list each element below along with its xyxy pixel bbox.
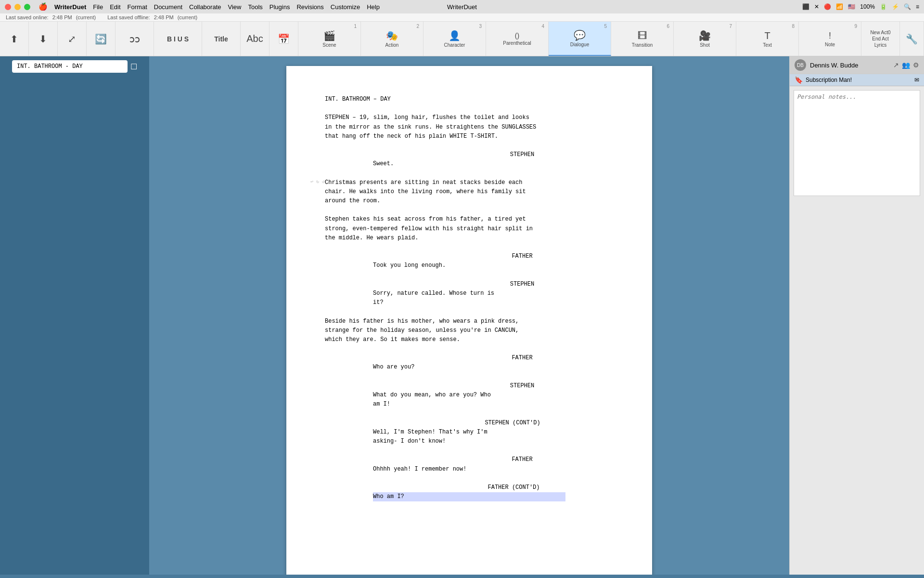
toolbar-parenthetical[interactable]: 4 () Parenthetical xyxy=(486,22,549,56)
toolbar-wrench[interactable]: 🔧 xyxy=(900,22,924,56)
dialogue-father-2: Who are you? xyxy=(373,363,565,372)
action-block-2: ↩ ↻ ↺ Christmas presents are sitting in … xyxy=(325,178,614,206)
character-name-stephen-contd: STEPHEN (CONT'D) xyxy=(411,419,614,428)
toolbar-download[interactable]: ⬇ xyxy=(29,22,58,56)
action-block-3: Stephen takes his seat across from his f… xyxy=(325,215,614,243)
maximize-button[interactable] xyxy=(24,4,30,10)
toolbar-dialogue[interactable]: 5 💬 Dialogue xyxy=(549,22,611,56)
dialogue-stephen-2: Sorry, nature called. Whose turn is it? xyxy=(373,289,565,307)
scene-heading-text: INT. BATHROOM – DAY xyxy=(325,95,614,104)
toolbar-action[interactable]: 2 🎭 Action xyxy=(361,22,424,56)
minimize-button[interactable] xyxy=(14,4,21,10)
document-menu[interactable]: Document xyxy=(154,3,182,11)
action-text-3: Stephen takes his seat across from his f… xyxy=(325,215,614,243)
character-name-father-2: FATHER xyxy=(431,354,614,363)
view-menu[interactable]: View xyxy=(228,3,242,11)
scene-icon: 🎬 xyxy=(323,30,335,41)
format-menu[interactable]: Format xyxy=(128,3,147,11)
toolbar-bold[interactable]: B I U S xyxy=(154,22,202,56)
settings-icon[interactable]: ⚙ xyxy=(913,61,919,69)
character-block-stephen-2: STEPHEN Sorry, nature called. Whose turn… xyxy=(325,280,614,308)
share-icon[interactable]: ↗ xyxy=(893,61,899,69)
scene-heading-block: INT. BATHROOM – DAY xyxy=(325,95,614,104)
user-name: Dennis W. Budde xyxy=(810,62,858,69)
character-name-stephen-2: STEPHEN xyxy=(431,280,614,289)
battery-icon: 🔋 xyxy=(880,3,887,10)
subscription-icon: 🔖 xyxy=(795,76,803,84)
character-name-father-contd: FATHER (CONT'D) xyxy=(414,483,614,492)
fullscreen-icon[interactable]: ⬛ xyxy=(802,3,809,10)
tools-menu[interactable]: Tools xyxy=(248,3,262,11)
battery-percent: 100% xyxy=(860,3,875,10)
toolbar-calendar[interactable]: 📅 xyxy=(270,22,298,56)
offline-time: 2:48 PM xyxy=(154,14,174,20)
toolbar-shot[interactable]: 7 🎥 Shot xyxy=(674,22,736,56)
dialogue-father-3: Ohhhh yeah! I remember now! xyxy=(373,465,565,474)
toolbar-text[interactable]: 8 T Text xyxy=(736,22,799,56)
action-block-4: Beside his father is his mother, who wea… xyxy=(325,317,614,345)
offline-label: Last saved offline: xyxy=(107,14,150,20)
edit-menu[interactable]: Edit xyxy=(110,3,120,11)
close-icon2[interactable]: ✕ xyxy=(814,3,819,10)
action-text-2: Christmas presents are sitting in neat s… xyxy=(325,178,614,206)
dialogue-father-1: Took you long enough. xyxy=(373,261,565,270)
toolbar-format-abc[interactable]: ↄↄ xyxy=(116,22,154,56)
people-icon[interactable]: 👥 xyxy=(902,61,910,69)
upload-icon: ⬆ xyxy=(10,33,18,45)
character-block-stephen-contd: STEPHEN (CONT'D) Well, I'm Stephen! That… xyxy=(325,419,614,447)
wrench-icon: 🔧 xyxy=(906,33,918,45)
scene-heading-input[interactable] xyxy=(12,60,128,73)
file-menu[interactable]: File xyxy=(93,3,103,11)
wifi-icon: 📶 xyxy=(836,3,843,10)
character-name-father-3: FATHER xyxy=(431,455,614,464)
search-icon[interactable]: 🔍 xyxy=(904,3,911,10)
toolbar-upload[interactable]: ⬆ xyxy=(0,22,29,56)
script-page: INT. BATHROOM – DAY STEPHEN – 19, slim, … xyxy=(286,66,652,575)
record-icon: 🔴 xyxy=(824,3,831,10)
action-block-1: STEPHEN – 19, slim, long hair, flushes t… xyxy=(325,113,614,141)
scene-checkbox[interactable]: ☐ xyxy=(130,62,137,71)
character-block-father-contd: FATHER (CONT'D) Who am I? xyxy=(325,483,614,501)
user-avatar: DB xyxy=(795,59,806,71)
app-name-menu[interactable]: WriterDuet xyxy=(54,3,86,11)
toolbar-note[interactable]: 9 ! Note xyxy=(799,22,861,56)
parenthetical-icon: () xyxy=(515,32,519,39)
online-label: Last saved online: xyxy=(6,14,49,20)
close-button[interactable] xyxy=(5,4,11,10)
character-name-stephen-1: STEPHEN xyxy=(431,150,614,159)
list-icon[interactable]: ≡ xyxy=(916,3,919,10)
toolbar-new-act[interactable]: New Act0 End Act Lyrics xyxy=(861,22,900,56)
toolbar-transition[interactable]: 6 🎞 Transition xyxy=(611,22,674,56)
apple-menu[interactable]: 🍎 xyxy=(38,2,48,11)
save-status-bar: Last saved online: 2:48 PM (current) Las… xyxy=(0,13,924,22)
mac-titlebar: 🍎 WriterDuet File Edit Format Document C… xyxy=(0,0,924,13)
abc-icon: Abc xyxy=(246,33,263,44)
dialogue-father-contd: Who am I? xyxy=(373,492,565,501)
main-layout: ☐ INT. BATHROOM – DAY STEPHEN – 19, slim… xyxy=(0,56,924,575)
script-area[interactable]: INT. BATHROOM – DAY STEPHEN – 19, slim, … xyxy=(149,56,789,575)
dialogue-icon: 💬 xyxy=(574,29,586,41)
character-block-father-2: FATHER Who are you? xyxy=(325,354,614,372)
expand-icon: ⤢ xyxy=(68,33,76,45)
character-name-stephen-3: STEPHEN xyxy=(431,381,614,391)
toolbar-character[interactable]: 3 👤 Character xyxy=(424,22,486,56)
calendar-icon: 📅 xyxy=(278,33,290,45)
toolbar-sync[interactable]: 🔄 xyxy=(87,22,116,56)
revisions-menu[interactable]: Revisions xyxy=(296,3,323,11)
toolbar-abc[interactable]: Abc xyxy=(241,22,270,56)
collaborate-menu[interactable]: Collaborate xyxy=(189,3,221,11)
customize-menu[interactable]: Customize xyxy=(331,3,360,11)
text-icon: T xyxy=(764,30,770,41)
subscription-email-icon[interactable]: ✉ xyxy=(914,77,919,83)
toolbar-scene[interactable]: 1 🎬 Scene xyxy=(298,22,361,56)
shot-icon: 🎥 xyxy=(699,30,711,41)
subscription-bar: 🔖 Subscription Man! ✉ xyxy=(790,74,924,86)
right-panel: DB Dennis W. Budde ↗ 👥 ⚙ 🔖 Subscription … xyxy=(789,56,924,575)
dialogue-sweet: Sweet. xyxy=(373,159,565,169)
toolbar-expand[interactable]: ⤢ xyxy=(58,22,87,56)
help-menu[interactable]: Help xyxy=(367,3,380,11)
plugins-menu[interactable]: Plugins xyxy=(270,3,290,11)
notes-area xyxy=(790,86,924,575)
toolbar-title[interactable]: Title xyxy=(202,22,241,56)
personal-notes-textarea[interactable] xyxy=(794,90,920,196)
